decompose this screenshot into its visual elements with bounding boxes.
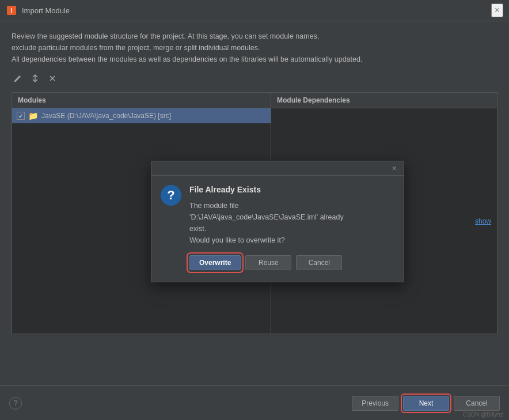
edit-button[interactable] bbox=[12, 73, 24, 85]
modal-dialog: × ? File Already Exists The module file … bbox=[151, 161, 404, 282]
reuse-button[interactable]: Reuse bbox=[245, 255, 291, 270]
module-checkbox[interactable]: ✓ bbox=[17, 112, 25, 120]
modal-content: File Already Exists The module file 'D:\… bbox=[189, 185, 392, 270]
description: Review the suggested module structure fo… bbox=[12, 31, 497, 65]
modal-message-line1: The module file bbox=[189, 200, 392, 211]
bottom-left: ? bbox=[9, 397, 22, 410]
modal-message-line4: Would you like to overwrite it? bbox=[189, 234, 392, 246]
modal-message: The module file 'D:\JAVA\java_code\JavaS… bbox=[189, 200, 392, 246]
description-line2: exclude particular modules from the proj… bbox=[12, 42, 497, 54]
modal-titlebar: × bbox=[151, 161, 404, 176]
modal-message-line3: exist. bbox=[189, 223, 392, 234]
cancel-button[interactable]: Cancel bbox=[454, 396, 500, 411]
split-button[interactable] bbox=[29, 73, 41, 85]
window-title: Import Module bbox=[22, 6, 70, 15]
modal-message-line2: 'D:\JAVA\java_code\JavaSE\JavaSE.iml' al… bbox=[189, 211, 392, 223]
modal-body: ? File Already Exists The module file 'D… bbox=[151, 176, 404, 282]
modal-cancel-button[interactable]: Cancel bbox=[296, 255, 342, 270]
dependencies-panel-header: Module Dependencies bbox=[271, 93, 497, 108]
merge-button[interactable] bbox=[46, 73, 59, 85]
modal-actions: Overwrite Reuse Cancel bbox=[189, 255, 392, 270]
overwrite-button[interactable]: Overwrite bbox=[189, 255, 241, 270]
folder-icon: 📁 bbox=[28, 111, 38, 120]
list-item[interactable]: ✓ 📁 JavaSE (D:\JAVA\java_code\JavaSE) [s… bbox=[12, 108, 271, 123]
bottom-bar: ? Previous Next Cancel bbox=[0, 385, 509, 420]
title-bar-left: I Import Module bbox=[6, 5, 70, 16]
previous-button[interactable]: Previous bbox=[352, 396, 398, 411]
next-button[interactable]: Next bbox=[403, 396, 449, 411]
modal-question-icon: ? bbox=[161, 185, 181, 206]
close-button[interactable]: × bbox=[491, 3, 503, 17]
description-line3: All dependencies between the modules as … bbox=[12, 54, 497, 65]
app-icon: I bbox=[6, 5, 17, 16]
help-button[interactable]: ? bbox=[9, 397, 22, 410]
module-name: JavaSE (D:\JAVA\java_code\JavaSE) [src] bbox=[41, 112, 171, 120]
modules-toolbar bbox=[12, 73, 497, 85]
title-bar: I Import Module × bbox=[0, 0, 509, 21]
watermark: CSDN @Billyhz bbox=[463, 411, 503, 418]
modal-close-button[interactable]: × bbox=[390, 164, 399, 173]
modules-panel-header: Modules bbox=[12, 93, 271, 108]
modal-title: File Already Exists bbox=[189, 185, 392, 194]
bottom-right: Previous Next Cancel bbox=[352, 396, 500, 411]
description-line1: Review the suggested module structure fo… bbox=[12, 31, 497, 42]
svg-text:I: I bbox=[11, 7, 13, 14]
